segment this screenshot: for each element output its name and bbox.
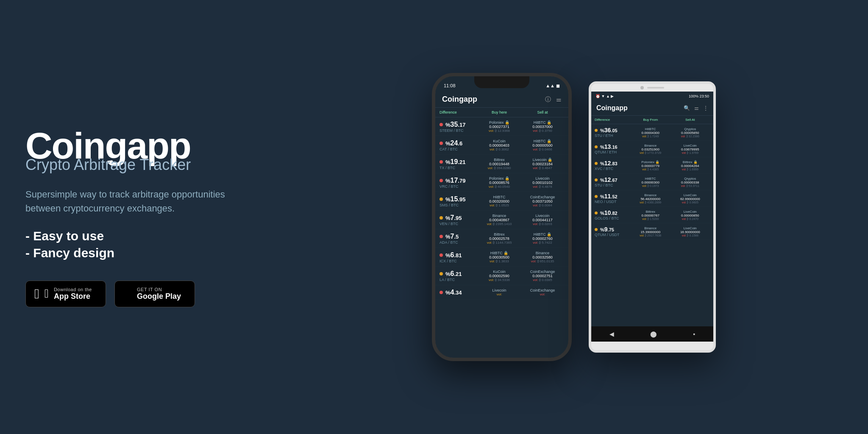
buy-exchange-name: Livecoin [492,288,506,292]
android-search-icon[interactable]: 🔍 [684,105,690,111]
buy-vol: vol: ₿ 4360.2899 [640,201,661,204]
pair-label: NEO / USDT [595,200,631,204]
status-dot [440,216,443,220]
sell-exchange-name: HitBTC 🔒 [534,139,552,143]
appstore-line1: Download on the [54,287,92,292]
sell-exchange-name: Qryptos [684,177,696,181]
android-back-btn[interactable]: ◀ [609,331,614,337]
sell-exchange: LiveCoin 0.00000850 vol: ₿ 0.2470 [670,210,710,220]
android-home-btn[interactable]: ⬤ [650,331,657,337]
android-header: Coingapp 🔍 ⚌ ⋮ [591,101,713,116]
buy-exchange-name: Binance [644,193,657,197]
iphone-table-header: Difference Buy here Sell at [435,108,568,117]
android-recent-btn[interactable]: ▪ [693,331,695,337]
sell-price: 0.00000338 [681,181,699,184]
diff-cell: %13.16 QTUM / ETH [595,143,631,154]
buy-exchange: KuCoin 0.00000403 vol: ₿ 0.3062 [478,139,521,151]
sell-exchange: CoinExchange 0.00002751 vol: ₿ 0.0385 [521,270,564,282]
status-dot [440,272,443,275]
buy-exchange: Binance 56.48200000 vol: ₿ 4360.2899 [631,193,670,204]
buy-vol: vol: ₿ 1.5200 [642,217,659,220]
googleplay-line2: Google Play [137,292,181,301]
sell-exchange: Livecoin 0.00010102 vol: ₿ 4.4878 [521,176,564,189]
sell-exchange-name: HitBTC 🔒 [534,232,552,236]
appstore-button[interactable]:   Download on the App Store [25,281,106,307]
appstore-text: Download on the App Store [54,287,92,301]
pair-label: VRC / BTC [440,184,478,189]
buy-vol: vol: ₿ 394.0280 [488,166,511,170]
filter-icon[interactable]: ⚌ [556,96,562,103]
iphone-app-title: Coingapp [442,95,477,104]
android-menu-icon[interactable]: ⋮ [703,105,708,111]
percentage: %6.81 [445,251,462,259]
table-row: %6.81 ICX / BTC HitBTC 🔒 0.00030500 vol:… [435,248,568,267]
buy-exchange: HitBTC 0.00320000 vol: ₿ 1.0525 [478,195,521,207]
buy-price: 56.48200000 [640,197,660,201]
table-row: %35.17 STEEM / BTC Poloniex 🔒 0.00027371… [435,117,568,136]
buy-exchange-name: KuCoin [493,139,506,143]
googleplay-button[interactable]: ▶ GET IT ON Google Play [114,281,195,307]
pair-label: QTUM / ETH [595,150,631,154]
table-row: %6.21 LA / BTC KuCoin 0.00002590 vol: ₿ … [435,267,568,285]
percentage: %17.79 [445,177,465,184]
play-icon: ▶ [123,287,132,300]
sell-exchange-name: HitBTC 🔒 [534,120,552,125]
buy-exchange-name: Bittrex [494,158,505,162]
feature-item-2: - Fancy design [25,246,263,260]
table-row: %11.52 NEO / USDT Binance 56.48200000 vo… [591,190,713,207]
percentage: %6.21 [445,270,462,278]
buy-vol: vol: ₿ 1.7249 [642,135,659,138]
buy-price: 0.00004300 [642,131,659,135]
buy-exchange-name: Binance [492,214,506,218]
sell-price: 0.00005850 [681,131,699,135]
buy-exchange: Bittrex 0.00019448 vol: ₿ 394.0280 [478,158,521,170]
sell-price: 0.00037000 [532,125,553,129]
status-dot [440,235,443,238]
diff-cell: %7.95 VEN / BTC [440,214,478,226]
sell-exchange: Livecoin 0.00044117 vol: ₿ 0.0203 [521,214,564,226]
sell-exchange-name: Livecoin [535,176,549,181]
buy-exchange-name: Bittrex [494,232,505,236]
buy-exchange: HitBTC 0.00000300 vol: ₿ 0.1973 [631,177,670,187]
buy-exchange: Bittrex 0.00000767 vol: ₿ 1.5200 [631,210,670,220]
table-row: %10.82 GOLOS / BTC Bittrex 0.00000767 vo… [591,207,713,223]
buy-price: 0.00002590 [489,274,509,278]
sell-price: 0.00002760 [532,236,553,241]
table-row: %36.05 STU / ETH HitBTC 0.00004300 vol: … [591,124,713,141]
sell-exchange: LiveCoin 0.03679995 vol: ₿ 1.9769 [670,144,710,154]
status-dot [440,253,443,257]
percentage: %15.95 [445,195,465,203]
diff-cell: %10.82 GOLOS / BTC [595,209,631,220]
table-row: %13.16 QTUM / ETH Binance 0.03251900 vol… [591,141,713,157]
android-nav-bar: ◀ ⬤ ▪ [591,326,713,342]
store-buttons:   Download on the App Store ▶ GET IT O… [25,281,263,307]
buy-exchange: Poloniex 🔒 0.00008576 vol: ₿ 40.0540 [478,176,521,189]
android-battery-time: 100% 23:50 [689,94,709,98]
android-header-icons: 🔍 ⚌ ⋮ [684,105,708,111]
th-sell: Sell at [521,110,564,114]
buy-vol: vol: ₿ 1.3633 [490,259,509,263]
status-dot [595,145,598,148]
diff-cell: %4.34 [440,289,478,296]
sell-price: 0.00000850 [681,214,699,217]
android-filter-icon[interactable]: ⚌ [694,105,699,111]
sell-exchange: CoinExchange 0.00371050 vol: ₿ 0.0084 [521,195,564,207]
diff-cell: %19.21 TX / BTC [440,158,478,170]
buy-price: 0.00040867 [489,218,509,222]
info-icon[interactable]: ⓘ [545,96,551,103]
appstore-line2: App Store [54,292,92,301]
iphone-header: Coingapp ⓘ ⚌ [435,92,568,108]
percentage: %24.6 [445,139,462,147]
percentage: %35.17 [445,121,465,128]
android-th-sell: Sell At [670,118,710,122]
percentage: %12.83 [600,160,618,167]
apple-logo:  [45,287,49,300]
sell-vol: vol: ₿ 0.3750 [533,129,552,133]
sell-exchange: LiveCoin 16.90000000 vol: ₿ 0.1588 [670,226,710,237]
diff-cell: %35.17 STEEM / BTC [440,121,478,133]
diff-cell: %11.52 NEO / USDT [595,193,631,204]
buy-exchange: Bittrex 0.00002578 vol: ₿ 1144.7365 [478,232,521,245]
phones-panel: 11:08 ▲▲ ◼ Coingapp ⓘ ⚌ Difference Buy h… [288,0,868,434]
sell-price: 0.00000500 [532,143,553,147]
sell-exchange: Livecoin 🔒 0.00023184 vol: ₿ 3.4647 [521,158,564,170]
